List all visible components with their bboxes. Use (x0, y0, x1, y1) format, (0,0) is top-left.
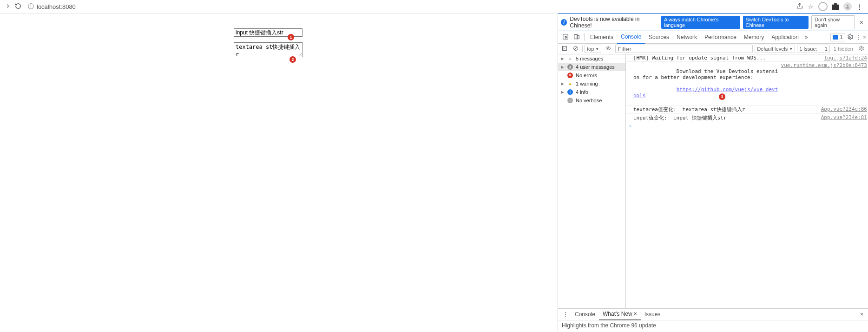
log-text: Download the Vue Devtools extension for … (633, 68, 778, 80)
log-level-selector[interactable]: Default levels ▼ (755, 45, 795, 53)
more-tabs-icon[interactable]: » (802, 34, 810, 40)
tab-application[interactable]: Application (768, 31, 802, 43)
chevron-right-icon: ▶ (561, 56, 565, 61)
log-source-link[interactable]: log.js?1afd:24 (821, 55, 867, 61)
verbose-icon: ⋯ (567, 98, 573, 103)
sidebar-label: 5 messages (576, 56, 603, 61)
issue-chat-icon (833, 35, 838, 40)
site-info-icon[interactable]: ⓘ (28, 2, 34, 11)
chevron-down-icon: ▼ (595, 47, 599, 51)
execution-context-selector[interactable]: top ▼ (585, 45, 601, 53)
drawer-menu-icon[interactable]: ⋮ (560, 311, 571, 318)
log-source-link[interactable]: App.vue?234e:86 (818, 106, 867, 112)
svg-line-8 (574, 47, 577, 50)
sidebar-label: 4 info (576, 89, 588, 95)
devtools-menu-icon[interactable]: ⋮ (855, 34, 861, 40)
tab-console[interactable]: Console (617, 31, 645, 44)
drawer-tab-issues[interactable]: Issues (641, 309, 664, 320)
levels-label: Default levels (757, 46, 788, 52)
live-expression-icon[interactable] (603, 46, 613, 52)
tab-sources[interactable]: Sources (645, 31, 673, 43)
tab-network[interactable]: Network (673, 31, 701, 43)
extension-circle-icon[interactable] (818, 2, 828, 11)
chevron-right-icon: ▶ (561, 81, 565, 86)
annotation-badge-1: 1 (288, 34, 294, 40)
extensions-icon[interactable] (832, 3, 839, 10)
issues-count: 1 (825, 46, 828, 52)
dont-show-again-button[interactable]: Don't show again (811, 15, 855, 29)
console-toolbar: top ▼ Default levels ▼ 1 Issue: 1 1 hidd… (558, 44, 868, 54)
svg-point-11 (570, 66, 571, 67)
sidebar-label: 4 user messages (576, 64, 615, 70)
sidebar-toggle-icon[interactable] (560, 46, 569, 52)
console-prompt[interactable]: › (626, 122, 868, 129)
sidebar-item-warnings[interactable]: ▶ ▲ 1 warning (558, 80, 625, 88)
profile-avatar[interactable] (843, 2, 852, 11)
console-log-line: Download the Vue Devtools extension for … (626, 62, 868, 106)
drawer-tab-console[interactable]: Console (571, 309, 599, 320)
console-log-line: textarea值变化: textarea st快捷键插入r App.vue?2… (626, 106, 868, 114)
log-message: [HMR] Waiting for update signal from WDS… (633, 55, 821, 61)
whats-new-heading: Highlights from the Chrome 96 update (558, 320, 868, 331)
tab-elements[interactable]: Elements (586, 31, 617, 43)
chrome-menu-icon[interactable]: ⋮ (856, 3, 862, 10)
issues-prefix: 1 Issue: (799, 46, 817, 52)
sidebar-label: No errors (576, 73, 597, 78)
demo-textarea[interactable]: textarea st快捷键插入r (234, 42, 302, 57)
omnibox: ⓘ localhost:8080 ☆ ⋮ (0, 0, 868, 13)
devtools-close-icon[interactable]: × (863, 34, 866, 40)
address-bar[interactable]: ⓘ localhost:8080 (24, 2, 793, 11)
warning-icon: ▲ (567, 81, 573, 86)
chevron-down-icon: ▼ (789, 47, 793, 51)
vue-devtools-link[interactable]: https://github.com/vuejs/vue-devtools (633, 86, 778, 99)
device-toolbar-icon[interactable] (571, 33, 582, 41)
log-message: Download the Vue Devtools extension for … (633, 62, 778, 105)
notice-text: DevTools is now available in Chinese! (570, 16, 658, 29)
log-message: input值变化: input 快捷键插入str (633, 114, 818, 121)
console-log-line: [HMR] Waiting for update signal from WDS… (626, 54, 868, 62)
drawer-tab-whats-new[interactable]: What's New × (599, 308, 641, 320)
share-icon[interactable] (796, 2, 803, 11)
clear-console-icon[interactable] (571, 46, 580, 52)
console-settings-icon[interactable] (857, 46, 866, 52)
devtools-tabbar: Elements Console Sources Network Perform… (558, 31, 868, 44)
svg-rect-1 (563, 34, 568, 39)
tab-label: What's New (603, 311, 632, 317)
reload-icon[interactable] (15, 3, 21, 11)
sidebar-item-messages[interactable]: ▶ ≡ 5 messages (558, 54, 625, 63)
sidebar-item-info[interactable]: ▶ i 4 info (558, 88, 625, 96)
console-log-line: input值变化: input 快捷键插入str App.vue?234e:81 (626, 114, 868, 122)
forward-icon[interactable] (5, 3, 11, 11)
console-issues-button[interactable]: 1 Issue: 1 (797, 45, 830, 53)
log-source-link[interactable]: vue.runtime.esm.js?2b0e:8473 (778, 62, 867, 68)
bookmark-star-icon[interactable]: ☆ (808, 3, 814, 10)
inspect-element-icon[interactable] (560, 33, 571, 41)
sidebar-item-verbose[interactable]: ▶ ⋯ No verbose (558, 96, 625, 105)
issue-chat-icon (819, 47, 823, 51)
log-source-link[interactable]: App.vue?234e:81 (818, 114, 867, 120)
context-label: top (587, 46, 594, 52)
devtools-panel: i DevTools is now available in Chinese! … (558, 13, 868, 332)
chevron-right-icon: ▶ (561, 90, 565, 94)
devtools-settings-icon[interactable] (847, 33, 854, 41)
drawer-close-icon[interactable]: × (857, 311, 866, 318)
tab-performance[interactable]: Performance (701, 31, 740, 43)
svg-point-4 (849, 36, 851, 38)
annotation-badge-3: 3 (719, 93, 725, 100)
svg-point-9 (608, 48, 609, 49)
tab-memory[interactable]: Memory (740, 31, 768, 43)
list-icon: ≡ (567, 56, 573, 61)
tab-close-icon[interactable]: × (634, 311, 637, 317)
console-filter-input[interactable] (615, 45, 753, 53)
notice-close-icon[interactable]: × (858, 19, 865, 26)
console-log-area[interactable]: [HMR] Waiting for update signal from WDS… (626, 54, 868, 308)
issue-indicator[interactable]: 1 (830, 33, 845, 41)
sidebar-item-errors[interactable]: ▶ ✕ No errors (558, 71, 625, 80)
switch-devtools-language-button[interactable]: Switch DevTools to Chinese (743, 16, 809, 29)
always-match-language-button[interactable]: Always match Chrome's language (661, 16, 740, 29)
sidebar-label: No verbose (576, 98, 602, 103)
info-icon: i (561, 19, 567, 26)
hidden-count: 1 hidden (832, 46, 855, 52)
sidebar-item-user-messages[interactable]: ▶ 4 user messages (558, 63, 625, 71)
svg-point-10 (861, 48, 862, 49)
